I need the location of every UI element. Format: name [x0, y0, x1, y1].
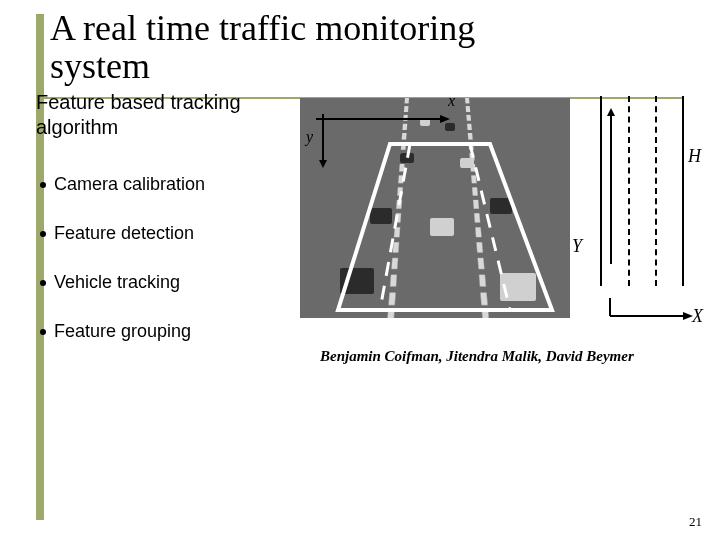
page-number: 21	[689, 514, 702, 530]
bullet-text: Feature grouping	[54, 321, 191, 342]
svg-marker-4	[440, 115, 450, 123]
svg-marker-6	[319, 160, 327, 168]
vehicle-icon	[370, 208, 392, 224]
bullet-text: Feature detection	[54, 223, 194, 244]
arrow-down-icon	[318, 108, 328, 168]
slide-title: A real time traffic monitoring system	[50, 10, 570, 86]
vehicle-icon	[340, 268, 374, 294]
bullet-list: Camera calibration Feature detection Veh…	[40, 174, 300, 370]
world-axis-y-label: Y	[572, 236, 582, 257]
bullet-text: Camera calibration	[54, 174, 205, 195]
vehicle-icon	[500, 273, 536, 301]
image-axis-y-label: y	[306, 128, 313, 146]
list-item: Vehicle tracking	[40, 272, 300, 293]
world-axis-h-label: H	[688, 146, 701, 167]
subtitle: Feature based tracking algorithm	[36, 90, 296, 140]
bullet-icon	[40, 231, 46, 237]
vehicle-icon	[430, 218, 454, 236]
bullet-icon	[40, 280, 46, 286]
slide: A real time traffic monitoring system Fe…	[0, 0, 720, 540]
figure: x y H Y	[280, 86, 700, 336]
svg-marker-8	[607, 108, 615, 116]
vehicle-icon	[445, 123, 455, 131]
list-item: Feature detection	[40, 223, 300, 244]
list-item: Feature grouping	[40, 321, 300, 342]
bullet-text: Vehicle tracking	[54, 272, 180, 293]
vehicle-icon	[460, 158, 474, 168]
bullet-icon	[40, 329, 46, 335]
axes-icon	[605, 296, 695, 336]
highway-photo: x y	[300, 98, 570, 318]
list-item: Camera calibration	[40, 174, 300, 195]
image-axis-x-label: x	[448, 98, 455, 110]
figure-caption: Benjamin Coifman, Jitendra Malik, David …	[320, 348, 720, 365]
bullet-icon	[40, 182, 46, 188]
vehicle-icon	[400, 153, 414, 163]
lane-dash-icon	[628, 96, 630, 286]
world-axes-origin	[605, 296, 685, 336]
vehicle-icon	[490, 198, 512, 214]
lane-dash-icon	[655, 96, 657, 286]
world-axis-x-label: X	[692, 306, 703, 327]
world-axis-y-text: Y	[572, 236, 582, 256]
arrow-up-icon	[606, 106, 616, 266]
